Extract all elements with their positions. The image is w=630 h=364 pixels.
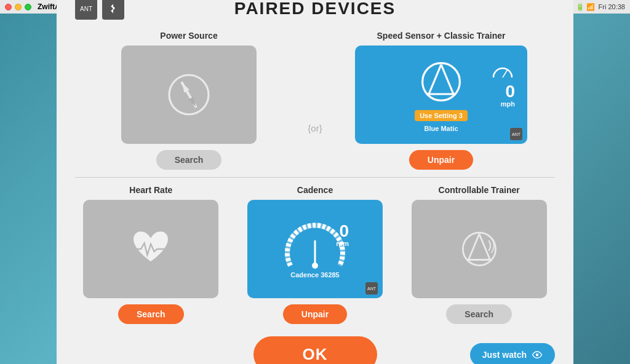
svg-line-13 bbox=[479, 234, 490, 260]
use-setting-button[interactable]: Use Setting 3 bbox=[415, 110, 468, 121]
power-source-icon bbox=[164, 70, 213, 119]
svg-line-6 bbox=[441, 65, 453, 94]
speed-value: 0 bbox=[490, 83, 515, 100]
section-divider bbox=[75, 177, 555, 178]
ok-button[interactable]: OK bbox=[253, 336, 377, 364]
modal-header: ANT PAIRED DEVICES bbox=[75, 0, 555, 18]
system-icons: 🔋 📶 bbox=[576, 3, 595, 11]
cadence-label: Cadence bbox=[297, 185, 333, 195]
svg-line-12 bbox=[468, 234, 479, 260]
heart-rate-section: Heart Rate Search bbox=[75, 185, 227, 324]
svg-point-15 bbox=[536, 353, 539, 356]
heart-rate-icon bbox=[126, 224, 175, 274]
clock: Fri 20:38 bbox=[599, 3, 625, 10]
maximize-button[interactable] bbox=[25, 4, 31, 10]
cadence-ant-icon: ANT bbox=[365, 282, 378, 295]
speed-sensor-section: Speed Sensor + Classic Trainer bbox=[327, 31, 555, 170]
just-watch-button[interactable]: Just watch bbox=[470, 343, 555, 365]
svg-line-5 bbox=[429, 65, 441, 94]
titlebar-right: 🔋 📶 Fri 20:38 bbox=[576, 3, 625, 11]
gauge-container: 0 rpm bbox=[281, 220, 349, 269]
or-divider: {or} bbox=[303, 31, 327, 170]
controllable-trainer-section: Controllable Trainer Search bbox=[403, 185, 555, 324]
controllable-trainer-icon bbox=[458, 228, 501, 271]
svg-point-10 bbox=[312, 263, 318, 269]
power-source-search-button[interactable]: Search bbox=[156, 150, 222, 170]
rpm-value-container: 0 rpm bbox=[336, 223, 349, 247]
top-devices-section: Power Source Search {or} bbox=[75, 31, 555, 170]
rpm-value: 0 bbox=[336, 223, 349, 240]
speed-sensor-unpair-button[interactable]: Unpair bbox=[409, 150, 473, 170]
speed-sensor-card: 0 mph Use Setting 3 Blue Matic ANT bbox=[355, 46, 527, 144]
speed-sensor-label: Speed Sensor + Classic Trainer bbox=[377, 31, 506, 41]
modal-title: PAIRED DEVICES bbox=[234, 0, 396, 18]
ant-icon: ANT bbox=[75, 0, 97, 20]
controllable-trainer-search-button[interactable]: Search bbox=[446, 304, 512, 324]
paired-devices-modal: ANT PAIRED DEVICES Power Source bbox=[57, 0, 573, 364]
cadence-unpair-button[interactable]: Unpair bbox=[283, 304, 347, 324]
cadence-card: 0 rpm Cadence 36285 ANT bbox=[247, 200, 383, 298]
cadence-gauge: 0 rpm Cadence 36285 ANT bbox=[247, 200, 383, 298]
power-source-section: Power Source Search bbox=[75, 31, 303, 170]
device-name: Blue Matic bbox=[424, 125, 458, 132]
controllable-trainer-card bbox=[412, 200, 547, 298]
minimize-button[interactable] bbox=[15, 4, 22, 10]
power-source-card bbox=[121, 46, 257, 144]
heart-rate-card bbox=[83, 200, 218, 298]
close-button[interactable] bbox=[5, 4, 12, 10]
ant-device-icon: ANT bbox=[510, 128, 522, 140]
speedometer-icon bbox=[490, 62, 515, 81]
rpm-unit: rpm bbox=[336, 240, 349, 247]
cadence-section: Cadence bbox=[239, 185, 391, 324]
trainer-icon bbox=[417, 57, 466, 106]
speed-unit: mph bbox=[490, 100, 515, 108]
bottom-devices-section: Heart Rate Search Cadence bbox=[75, 185, 555, 324]
controllable-trainer-label: Controllable Trainer bbox=[439, 185, 520, 195]
speed-display: 0 mph bbox=[361, 57, 521, 106]
traffic-lights bbox=[5, 4, 31, 10]
heart-rate-search-button[interactable]: Search bbox=[118, 304, 184, 324]
background: ANT PAIRED DEVICES Power Source bbox=[0, 14, 630, 364]
speed-value-container: 0 mph bbox=[490, 62, 515, 108]
speed-content: 0 mph Use Setting 3 Blue Matic ANT bbox=[355, 46, 527, 144]
bottom-actions: OK Just watch bbox=[75, 336, 555, 364]
eye-icon bbox=[532, 349, 543, 360]
protocol-icons: ANT bbox=[75, 0, 124, 20]
bt-icon bbox=[102, 0, 124, 20]
power-source-label: Power Source bbox=[160, 31, 217, 41]
heart-rate-label: Heart Rate bbox=[129, 185, 172, 195]
svg-line-8 bbox=[503, 69, 508, 77]
